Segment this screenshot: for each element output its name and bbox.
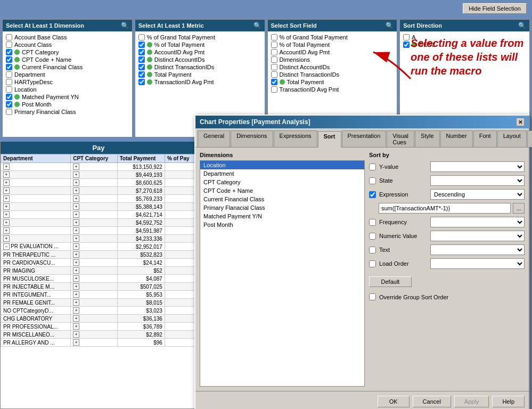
tab-general[interactable]: General — [198, 130, 230, 147]
checkbox[interactable] — [138, 42, 145, 48]
list-item[interactable]: Account Base Class — [5, 34, 130, 41]
expand-icon[interactable]: + — [3, 211, 10, 218]
sort-text-dropdown[interactable] — [430, 244, 525, 255]
sort-state-checkbox[interactable] — [369, 177, 376, 184]
search-icon[interactable]: 🔍 — [386, 22, 394, 29]
dimension-item-current-financial[interactable]: Current Financial Class — [200, 195, 364, 203]
expand-icon[interactable]: + — [73, 211, 79, 218]
list-item[interactable]: Total Payment — [137, 71, 263, 78]
checkbox[interactable] — [138, 56, 145, 63]
sort-frequency-checkbox[interactable] — [369, 219, 376, 226]
dimension-item-cpt-category[interactable]: CPT Category — [200, 178, 364, 186]
list-item[interactable]: AccountID Avg Pmt — [270, 48, 395, 56]
list-item[interactable]: Department — [5, 71, 130, 78]
expand-icon[interactable]: + — [3, 219, 10, 226]
expand-icon[interactable]: + — [73, 171, 79, 178]
list-item[interactable]: TransactionID Avg Pmt — [137, 78, 263, 86]
expand-icon[interactable]: + — [3, 227, 10, 234]
apply-button[interactable]: Apply — [454, 396, 489, 407]
sort-field-panel-header[interactable]: Select Sort Field 🔍 — [268, 20, 397, 31]
dimension-item-primary-financial[interactable]: Primary Flanacial Class — [200, 203, 364, 212]
expand-icon[interactable]: + — [73, 219, 79, 226]
list-item[interactable]: DESC — [402, 41, 527, 48]
sort-frequency-dropdown[interactable] — [430, 217, 525, 227]
sort-numeric-dropdown[interactable] — [430, 231, 525, 241]
checkbox[interactable] — [6, 34, 12, 40]
list-item[interactable]: TransactionID Avg Pmt — [270, 86, 395, 93]
dimension-item-matched-payment[interactable]: Matched Payment Y/N — [200, 212, 364, 220]
checkbox[interactable] — [271, 71, 277, 78]
col-pct[interactable]: % of Pay — [165, 154, 196, 163]
checkbox[interactable] — [6, 56, 12, 63]
list-item[interactable]: AccountID Avg Pmt — [137, 48, 263, 56]
list-item[interactable]: % of Total Payment — [270, 41, 395, 48]
expand-icon[interactable]: + — [73, 323, 79, 330]
expand-icon[interactable]: + — [73, 235, 79, 242]
expand-icon[interactable]: + — [73, 283, 79, 290]
sort-load-order-checkbox[interactable] — [369, 260, 376, 267]
expand-icon[interactable]: + — [3, 235, 10, 242]
tab-expressions[interactable]: Expressions — [274, 130, 317, 147]
expand-icon[interactable]: + — [73, 259, 79, 266]
expand-icon[interactable]: + — [73, 315, 79, 322]
tab-font[interactable]: Font — [473, 130, 497, 147]
expand-icon[interactable]: + — [73, 227, 79, 234]
checkbox[interactable] — [403, 34, 410, 40]
col-department[interactable]: Department — [1, 154, 71, 163]
expand-icon[interactable]: + — [73, 291, 79, 298]
expand-icon[interactable]: + — [73, 203, 79, 210]
list-item[interactable]: Matched Payment YN — [5, 93, 130, 101]
checkbox[interactable] — [138, 79, 145, 85]
expand-icon[interactable]: + — [73, 187, 79, 194]
checkbox[interactable] — [6, 101, 12, 108]
col-total-payment[interactable]: Total Payment — [117, 154, 165, 163]
expand-icon[interactable]: + — [3, 163, 10, 170]
checkbox[interactable] — [271, 34, 277, 40]
list-item[interactable]: Distinct TransactionIDs — [137, 63, 263, 71]
list-item[interactable]: CPT Category — [5, 48, 130, 56]
list-item[interactable]: Current Financial Class — [5, 63, 130, 71]
sort-load-order-dropdown[interactable] — [430, 258, 525, 269]
expand-icon[interactable]: + — [3, 195, 10, 202]
expand-icon[interactable]: + — [73, 339, 79, 346]
sort-direction-panel-header[interactable]: Sort Direction 🔍 — [400, 20, 529, 31]
hide-field-selection-button[interactable]: Hide Field Selection — [463, 3, 527, 14]
search-icon[interactable]: 🔍 — [518, 22, 526, 29]
help-button[interactable]: Help — [492, 396, 525, 407]
expand-icon[interactable]: + — [73, 195, 79, 202]
cancel-button[interactable]: Cancel — [413, 396, 451, 407]
list-item[interactable]: Account Class — [5, 41, 130, 48]
sort-yvalue-checkbox[interactable] — [369, 163, 376, 170]
dimension-item-post-month[interactable]: Post Month — [200, 220, 364, 229]
checkbox[interactable] — [271, 49, 277, 55]
list-item[interactable]: Distinct TransactionIDs — [270, 71, 395, 78]
checkbox[interactable] — [271, 79, 277, 85]
col-cpt[interactable]: CPT Category — [71, 154, 118, 163]
search-icon[interactable]: 🔍 — [253, 22, 261, 29]
list-item[interactable]: Primary Financial Class — [5, 108, 130, 116]
list-item[interactable]: % of Grand Total Payment — [137, 34, 263, 41]
dimension-item-location[interactable]: Location — [200, 161, 364, 169]
checkbox[interactable] — [138, 34, 145, 40]
checkbox[interactable] — [6, 94, 12, 100]
sort-expression-dropdown[interactable]: Descending Ascending — [430, 189, 525, 200]
ok-button[interactable]: OK — [378, 396, 410, 407]
expand-icon[interactable]: + — [3, 187, 10, 194]
sort-state-dropdown[interactable] — [430, 175, 525, 186]
expand-icon[interactable]: + — [73, 179, 79, 186]
checkbox[interactable] — [271, 64, 277, 70]
checkbox[interactable] — [138, 64, 145, 70]
tab-sort[interactable]: Sort — [318, 131, 341, 148]
collapse-icon[interactable]: − — [3, 243, 10, 250]
checkbox[interactable] — [6, 42, 12, 48]
list-item[interactable]: Total Payment — [270, 78, 395, 86]
close-button[interactable]: ✕ — [516, 118, 525, 126]
dimension-item-cpt-code-name[interactable]: CPT Code + Name — [200, 186, 364, 195]
search-icon[interactable]: 🔍 — [121, 22, 129, 29]
dimension-panel-header[interactable]: Select At Least 1 Dimension 🔍 — [3, 20, 132, 31]
expression-input[interactable] — [379, 203, 511, 214]
default-button[interactable]: Default — [369, 276, 412, 287]
list-item[interactable]: Distinct AccountIDs — [270, 63, 395, 71]
checkbox[interactable] — [6, 79, 12, 85]
override-group-sort-checkbox[interactable] — [369, 293, 376, 300]
